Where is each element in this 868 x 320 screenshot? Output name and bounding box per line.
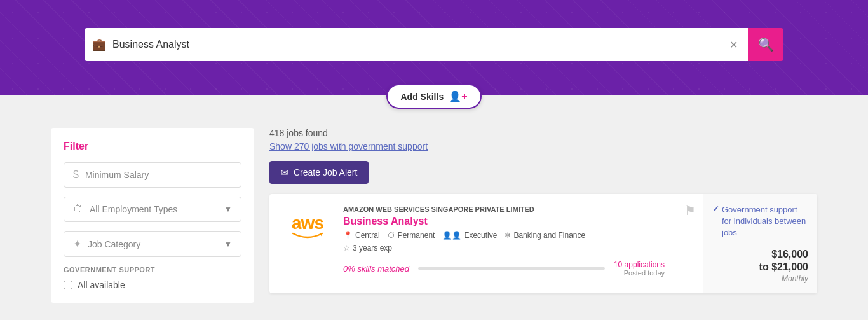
industry-text: Banking and Finance (513, 231, 585, 240)
aws-smile-svg (292, 232, 323, 241)
company-logo: aws (282, 205, 333, 250)
location-item: 📍 Central (343, 231, 380, 240)
add-skills-label: Add Skills (400, 92, 444, 102)
header-section: 💼 ✕ 🔍 (0, 0, 868, 95)
add-skills-container: Add Skills 👤+ (0, 84, 868, 109)
level-icon: 👤👤 (442, 231, 461, 240)
job-card-main: aws AMAZON WEB SERVICES SINGAPORE PRIVAT… (269, 194, 677, 293)
search-submit-button[interactable]: 🔍 (748, 28, 783, 61)
experience-text: 3 years exp (353, 244, 392, 253)
job-info: AMAZON WEB SERVICES SINGAPORE PRIVATE LI… (343, 205, 665, 282)
job-card: aws AMAZON WEB SERVICES SINGAPORE PRIVAT… (269, 194, 817, 293)
category-icon: ✦ (73, 238, 81, 250)
govt-support-link[interactable]: Show 270 jobs with government support (269, 141, 428, 151)
location-pin-icon: 📍 (343, 231, 353, 240)
star-icon: ☆ (343, 244, 350, 253)
job-category-label: Job Category (88, 239, 140, 249)
salary-to-label: to (759, 261, 772, 272)
job-category-left: ✦ Job Category (73, 238, 140, 250)
employment-type-label: All Employment Types (90, 204, 177, 214)
level-item: 👤👤 Executive (442, 231, 497, 240)
salary-range: $16,000 to $21,000 (712, 248, 808, 275)
job-category-filter[interactable]: ✦ Job Category ▼ (64, 231, 241, 257)
applications-count: 10 applications (614, 260, 665, 269)
search-input[interactable] (112, 28, 727, 61)
skills-match-row: 0% skills matched 10 applications Posted… (343, 260, 665, 277)
search-input-container: 💼 ✕ (85, 28, 748, 61)
govt-panel: ✓ Government support for individuals bet… (703, 194, 817, 293)
jobs-found-text: 418 jobs found (269, 128, 817, 138)
bookmark-icon[interactable]: ⚑ (684, 203, 696, 218)
add-skills-button[interactable]: Add Skills 👤+ (386, 84, 481, 109)
minimum-salary-filter[interactable]: $ Minimum Salary (64, 162, 241, 188)
minimum-salary-label: Minimum Salary (85, 170, 149, 180)
bookmark-area: ⚑ (677, 194, 703, 293)
salary-display: $16,000 to $21,000 Monthly (712, 248, 808, 284)
govt-support-label: GOVERNMENT SUPPORT (64, 266, 241, 274)
envelope-icon: ✉ (281, 167, 288, 177)
all-available-label: All available (78, 280, 125, 290)
filter-title: Filter (64, 141, 241, 152)
govt-panel-text: Government support for individuals betwe… (722, 204, 808, 239)
search-bar-wrapper: 💼 ✕ 🔍 (85, 28, 783, 61)
job-meta: 📍 Central ⏱ Permanent 👤👤 Executive (343, 231, 665, 240)
employment-type-item: ⏱ Permanent (388, 231, 435, 240)
aws-text: aws (292, 214, 323, 232)
checkmark-icon: ✓ (712, 204, 719, 214)
company-name: AMAZON WEB SERVICES SINGAPORE PRIVATE LI… (343, 205, 665, 213)
chevron-down-icon: ▼ (224, 205, 232, 214)
govt-support-section: GOVERNMENT SUPPORT All available (64, 266, 241, 290)
employment-type-left: ⏱ All Employment Types (73, 204, 177, 215)
experience-row: ☆ 3 years exp (343, 244, 665, 253)
search-icon: 🔍 (758, 37, 774, 52)
salary-from: $16,000 (771, 249, 808, 260)
dollar-circle-icon: $ (73, 169, 79, 181)
create-alert-button[interactable]: ✉ Create Job Alert (269, 161, 369, 184)
industry-icon: ❄ (505, 231, 511, 240)
clock-icon: ⏱ (73, 204, 83, 215)
results-area: 418 jobs found Show 270 jobs with govern… (269, 128, 817, 320)
person-plus-icon: 👤+ (449, 90, 467, 102)
create-alert-label: Create Job Alert (294, 167, 357, 177)
results-meta: 418 jobs found Show 270 jobs with govern… (269, 128, 817, 152)
chevron-down-icon-2: ▼ (224, 240, 232, 249)
salary-to: $21,000 (771, 261, 808, 272)
clock-meta-icon: ⏱ (388, 231, 395, 240)
employment-type-filter[interactable]: ⏱ All Employment Types ▼ (64, 197, 241, 222)
posted-text: Posted today (614, 269, 665, 277)
level-text: Executive (464, 231, 497, 240)
salary-period: Monthly (712, 274, 808, 283)
all-available-row[interactable]: All available (64, 280, 241, 290)
skills-match-text: 0% skills matched (343, 264, 409, 274)
briefcase-icon: 💼 (92, 38, 106, 52)
main-content: Filter $ Minimum Salary ⏱ All Employment… (0, 115, 868, 320)
search-clear-button[interactable]: ✕ (727, 36, 740, 53)
applications-info: 10 applications Posted today (614, 260, 665, 277)
sidebar-filter: Filter $ Minimum Salary ⏱ All Employment… (51, 128, 254, 303)
all-available-checkbox[interactable] (64, 281, 72, 289)
job-title-link[interactable]: Business Analyst (343, 216, 665, 227)
employment-type-text: Permanent (398, 231, 435, 240)
industry-item: ❄ Banking and Finance (505, 231, 585, 240)
location-text: Central (355, 231, 380, 240)
aws-logo: aws (292, 214, 323, 241)
skills-bar-container (418, 267, 605, 270)
